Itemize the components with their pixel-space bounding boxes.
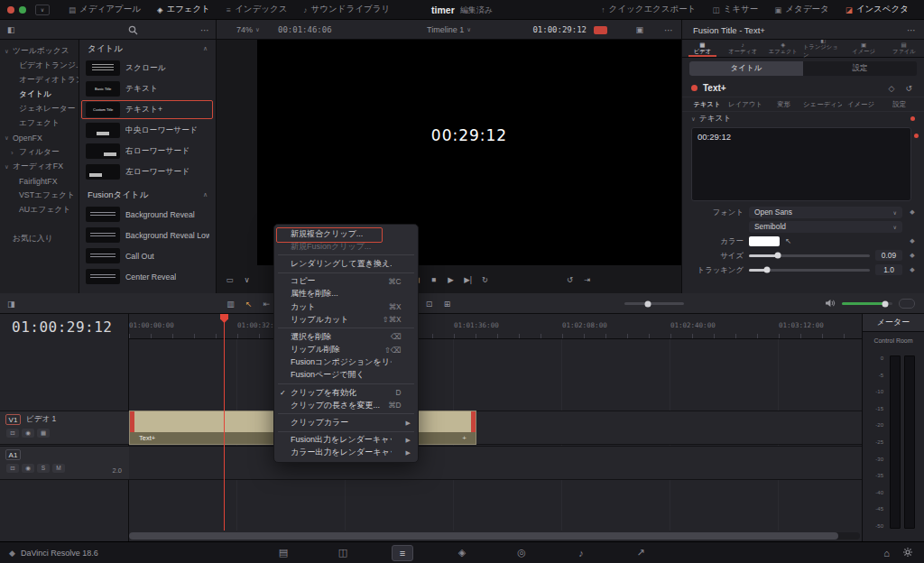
inspector-tab[interactable]: ▣ イメージ [844,40,884,57]
sidebar-item[interactable]: オーディオFX [0,160,79,174]
viewer-mode-icon[interactable]: ▭ [222,272,237,288]
transport-button[interactable]: ▶ [443,272,458,288]
timeline-timecode[interactable]: 01:00:29:12 [12,314,112,341]
timeline-tool-button[interactable]: ⊞ [439,296,456,311]
media-pool-toggle-icon[interactable]: ◨ [7,293,15,314]
menu-item[interactable]: ✓ クリップカラー ▶ [274,416,418,429]
menu-item[interactable]: ✓ 選択を削除 ⌫ ▶ [274,330,418,343]
title-list-item[interactable]: 右ローワーサード [79,141,216,162]
page-button[interactable]: ↗ [630,545,651,561]
panel-options-icon[interactable]: ⋯ [200,20,210,40]
speaker-icon[interactable] [825,299,836,309]
size-slider[interactable] [749,254,870,257]
size-value[interactable]: 0.09 [875,250,902,261]
page-button[interactable]: ◎ [511,545,532,561]
transport-button[interactable]: ↻ [477,272,493,288]
toolbar-button[interactable]: ≡ インデックス [218,0,295,20]
toolbar-button[interactable]: ↑ クイックエクスポート [593,0,704,20]
project-manager-toggle[interactable]: ∨ [35,5,50,15]
page-button[interactable]: ◈ [451,545,473,561]
sidebar-item[interactable]: フィルター [0,145,79,160]
track-control-button[interactable]: ⊡ [6,429,19,438]
track-control-button[interactable]: ◉ [22,429,34,438]
inspector-subtab[interactable]: タイトル [689,61,803,76]
toolbar-button[interactable]: ▤ メディアプール [60,0,149,20]
keyframe-icon[interactable]: ◆ [908,252,917,259]
keyframe-icon[interactable]: ◆ [908,266,917,273]
menu-item[interactable]: ✓ Fusionコンポジションをリセット... ▶ [274,356,418,369]
video-track-badge[interactable]: V1 [5,414,21,425]
eyedropper-icon[interactable]: ↖ [785,236,791,245]
go-to-end-icon[interactable]: ⇥ [579,272,595,288]
track-control-button[interactable]: ▦ [37,429,50,438]
menu-item[interactable]: ✓ 新規複合クリップ... ▶ [274,227,418,240]
match-frame-icon[interactable]: ↺ [562,272,578,288]
font-style-select[interactable]: Semibold ∨ [749,221,902,233]
text-plus-tab[interactable]: 変形 [764,97,803,111]
title-list-item[interactable]: Background Reveal [79,204,216,225]
menu-item[interactable]: ✓ クリップを有効化 D ▶ [274,386,418,399]
title-list-item[interactable]: スクロール [79,58,216,78]
tracking-value[interactable]: 1.0 [875,264,902,275]
page-button[interactable]: ▤ [273,545,294,561]
search-icon[interactable] [128,20,138,40]
track-control-button[interactable]: M [52,464,65,473]
track-control-button[interactable]: S [37,464,50,473]
font-family-select[interactable]: Open Sans ∨ [749,207,902,218]
monitor-volume-slider[interactable] [842,302,892,305]
sidebar-item[interactable]: エフェクト [0,116,79,131]
monitor-dim-button[interactable] [899,299,915,309]
title-list-item[interactable]: 中央ローワーサード [79,120,216,141]
video-track-header[interactable]: V1 ビデオ 1 ⊡◉▦ [0,411,129,445]
sidebar-item[interactable]: VSTエフェクト [0,189,79,203]
home-icon[interactable]: ⌂ [883,548,890,558]
inspector-subtab[interactable]: 設定 [803,61,917,76]
window-close-dot[interactable] [7,6,14,14]
menu-item[interactable]: ✓ Fusion出力をレンダーキャッシュ ▶ [274,434,418,447]
sidebar-item[interactable]: AUエフェクト [0,203,79,217]
timeline-zoom-slider[interactable] [624,302,684,305]
toolbar-button[interactable]: ♪ サウンドライブラリ [295,0,398,20]
toolbar-button[interactable]: ◈ エフェクト [149,0,218,20]
audio-track-badge[interactable]: A1 [5,449,21,460]
timeline-scrollbar[interactable] [129,532,860,540]
menu-item[interactable]: ✓ レンダリングして置き換え... ▶ [274,257,418,270]
window-zoom-dot[interactable] [19,6,26,14]
track-control-button[interactable]: ◉ [22,464,34,473]
sidebar-item[interactable]: タイトル [0,88,79,102]
timeline-select[interactable]: Timeline 1∨ [427,20,471,40]
page-button[interactable]: ◫ [332,545,354,561]
timeline-ruler[interactable]: 01:00:00:0001:00:32:0001:01:04:0001:01:3… [129,314,862,339]
title-list-item[interactable]: Background Reveal Low... [79,225,216,245]
text-section-header[interactable]: ∨ テキスト [682,112,924,125]
timeline-tool-button[interactable]: ⊡ [420,296,438,311]
camera-icon[interactable]: ▣ [635,20,643,40]
transport-button[interactable]: ■ [426,272,441,288]
sidebar-item[interactable]: OpenFX [0,131,79,145]
titles-section-header[interactable]: タイトル ∧ [79,40,216,58]
keyframe-icon[interactable]: ◆ [908,237,917,245]
text-plus-tab[interactable]: 設定 [880,97,919,111]
menu-item[interactable]: ✓ 属性を削除... ▶ [274,288,418,300]
keyframe-icon[interactable]: ◆ [908,208,917,216]
title-list-item[interactable]: 左ローワーサード [79,162,216,182]
sidebar-item[interactable]: ジェネレーター [0,102,79,116]
toolbar-button[interactable]: ▣ メタデータ [766,0,836,20]
toolbar-button[interactable]: ◫ ミキサー [705,0,767,20]
text-plus-tab[interactable]: テキスト [688,97,726,111]
text-plus-tab[interactable]: レイアウト [726,97,765,111]
sidebar-item[interactable]: ビデオトランジ... [0,59,79,73]
menu-item[interactable]: ✓ リップル削除 ⇧⌫ ▶ [274,344,418,356]
gear-icon[interactable] [902,547,913,559]
playhead-line[interactable] [224,314,225,531]
audio-track-lane[interactable] [129,446,862,480]
menu-item[interactable]: ✓ 新規Fusionクリップ... ▶ [274,240,418,253]
title-list-item[interactable]: Custom Title テキスト+ [79,99,216,120]
tracking-slider[interactable] [749,269,870,272]
color-swatch[interactable] [749,236,780,246]
track-control-button[interactable]: ⊡ [6,464,19,473]
panel-collapse-icon[interactable]: ◧ [7,20,15,40]
text-plus-tab[interactable]: シェーディング [803,97,842,111]
menu-item[interactable]: ✓ Fusionページで開く ▶ [274,369,418,382]
keyframe-mode-icon[interactable]: ◇ [886,84,898,93]
